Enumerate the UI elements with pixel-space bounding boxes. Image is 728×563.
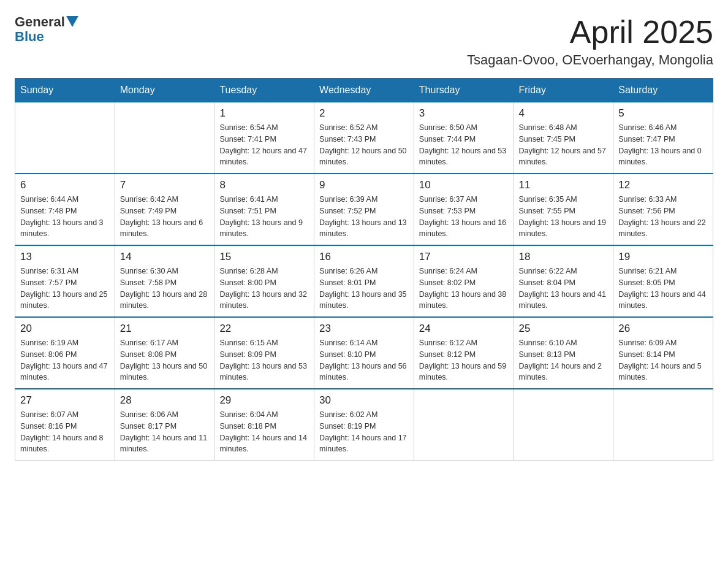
day-number: 2 [319,107,409,120]
calendar-cell: 22Sunrise: 6:15 AMSunset: 8:09 PMDayligh… [214,317,314,389]
day-info: Sunrise: 6:21 AMSunset: 8:05 PMDaylight:… [618,266,708,312]
calendar-cell: 4Sunrise: 6:48 AMSunset: 7:45 PMDaylight… [514,102,613,174]
sunrise-text: Sunrise: 6:14 AM [319,339,377,347]
day-info: Sunrise: 6:42 AMSunset: 7:49 PMDaylight:… [120,194,210,240]
month-title: April 2025 [467,15,713,50]
sunset-text: Sunset: 8:13 PM [519,350,575,359]
daylight-text: Daylight: 13 hours and 47 minutes. [20,362,107,382]
calendar-cell: 18Sunrise: 6:22 AMSunset: 8:04 PMDayligh… [514,245,613,317]
sunset-text: Sunset: 7:56 PM [618,207,675,215]
sunset-text: Sunset: 8:12 PM [419,350,476,359]
sunrise-text: Sunrise: 6:52 AM [319,123,377,132]
daylight-text: Daylight: 13 hours and 59 minutes. [419,362,506,382]
day-number: 15 [219,251,309,263]
daylight-text: Daylight: 13 hours and 22 minutes. [618,218,705,239]
location-title: Tsagaan-Ovoo, OEvoerhangay, Mongolia [467,52,713,68]
day-info: Sunrise: 6:28 AMSunset: 8:00 PMDaylight:… [219,266,309,312]
day-number: 24 [419,323,509,335]
day-number: 10 [419,179,509,191]
calendar-cell: 2Sunrise: 6:52 AMSunset: 7:43 PMDaylight… [314,102,414,174]
day-number: 12 [618,179,708,191]
calendar-cell: 13Sunrise: 6:31 AMSunset: 7:57 PMDayligh… [15,245,115,317]
logo-triangle-icon [66,16,78,27]
day-number: 16 [319,251,409,263]
daylight-text: Daylight: 13 hours and 56 minutes. [319,362,406,382]
calendar-cell: 14Sunrise: 6:30 AMSunset: 7:58 PMDayligh… [115,245,214,317]
daylight-text: Daylight: 13 hours and 0 minutes. [618,147,702,167]
weekday-header-row: SundayMondayTuesdayWednesdayThursdayFrid… [15,79,713,102]
day-number: 27 [20,394,110,407]
sunset-text: Sunset: 7:43 PM [319,135,376,144]
day-number: 1 [219,107,309,120]
week-row-5: 27Sunrise: 6:07 AMSunset: 8:16 PMDayligh… [15,389,713,461]
day-info: Sunrise: 6:52 AMSunset: 7:43 PMDaylight:… [319,122,409,168]
day-info: Sunrise: 6:37 AMSunset: 7:53 PMDaylight:… [419,194,509,240]
sunrise-text: Sunrise: 6:12 AM [419,339,477,347]
day-number: 7 [120,179,210,191]
sunrise-text: Sunrise: 6:44 AM [20,195,78,204]
calendar-cell: 9Sunrise: 6:39 AMSunset: 7:52 PMDaylight… [314,174,414,245]
daylight-text: Daylight: 13 hours and 35 minutes. [319,290,406,310]
sunrise-text: Sunrise: 6:35 AM [519,195,577,204]
day-info: Sunrise: 6:24 AMSunset: 8:02 PMDaylight:… [419,266,509,312]
sunset-text: Sunset: 8:08 PM [120,350,176,359]
daylight-text: Daylight: 12 hours and 53 minutes. [419,147,506,167]
sunrise-text: Sunrise: 6:26 AM [319,267,377,275]
day-info: Sunrise: 6:33 AMSunset: 7:56 PMDaylight:… [618,194,708,240]
week-row-2: 6Sunrise: 6:44 AMSunset: 7:48 PMDaylight… [15,174,713,245]
sunset-text: Sunset: 8:01 PM [319,278,376,287]
calendar-cell: 8Sunrise: 6:41 AMSunset: 7:51 PMDaylight… [214,174,314,245]
calendar-cell: 23Sunrise: 6:14 AMSunset: 8:10 PMDayligh… [314,317,414,389]
calendar-cell: 21Sunrise: 6:17 AMSunset: 8:08 PMDayligh… [115,317,214,389]
daylight-text: Daylight: 12 hours and 57 minutes. [519,147,606,167]
calendar-cell [15,102,115,174]
sunrise-text: Sunrise: 6:04 AM [219,410,278,419]
day-number: 22 [219,323,309,335]
day-info: Sunrise: 6:30 AMSunset: 7:58 PMDaylight:… [120,266,210,312]
day-number: 25 [519,323,609,335]
weekday-header-tuesday: Tuesday [214,79,314,102]
day-info: Sunrise: 6:06 AMSunset: 8:17 PMDaylight:… [120,409,210,455]
sunrise-text: Sunrise: 6:28 AM [219,267,278,275]
weekday-header-monday: Monday [115,79,214,102]
weekday-header-sunday: Sunday [15,79,115,102]
sunset-text: Sunset: 8:14 PM [618,350,675,359]
day-number: 5 [618,107,708,120]
week-row-1: 1Sunrise: 6:54 AMSunset: 7:41 PMDaylight… [15,102,713,174]
day-info: Sunrise: 6:09 AMSunset: 8:14 PMDaylight:… [618,337,708,383]
calendar-cell: 1Sunrise: 6:54 AMSunset: 7:41 PMDaylight… [214,102,314,174]
day-number: 4 [519,107,609,120]
sunrise-text: Sunrise: 6:19 AM [20,339,78,347]
daylight-text: Daylight: 13 hours and 53 minutes. [219,362,306,382]
day-info: Sunrise: 6:44 AMSunset: 7:48 PMDaylight:… [20,194,110,240]
day-number: 21 [120,323,210,335]
calendar-cell: 20Sunrise: 6:19 AMSunset: 8:06 PMDayligh… [15,317,115,389]
day-info: Sunrise: 6:48 AMSunset: 7:45 PMDaylight:… [519,122,609,168]
day-info: Sunrise: 6:17 AMSunset: 8:08 PMDaylight:… [120,337,210,383]
daylight-text: Daylight: 14 hours and 14 minutes. [219,434,306,454]
day-info: Sunrise: 6:46 AMSunset: 7:47 PMDaylight:… [618,122,708,168]
sunset-text: Sunset: 7:49 PM [120,207,176,215]
calendar-cell [514,389,613,461]
daylight-text: Daylight: 13 hours and 13 minutes. [319,218,406,239]
calendar-cell: 7Sunrise: 6:42 AMSunset: 7:49 PMDaylight… [115,174,214,245]
day-info: Sunrise: 6:07 AMSunset: 8:16 PMDaylight:… [20,409,110,455]
sunrise-text: Sunrise: 6:15 AM [219,339,278,347]
day-number: 26 [618,323,708,335]
sunset-text: Sunset: 7:51 PM [219,207,276,215]
calendar-table: SundayMondayTuesdayWednesdayThursdayFrid… [15,78,713,461]
day-number: 9 [319,179,409,191]
daylight-text: Daylight: 14 hours and 5 minutes. [618,362,702,382]
sunset-text: Sunset: 8:02 PM [419,278,476,287]
sunrise-text: Sunrise: 6:46 AM [618,123,677,132]
sunrise-text: Sunrise: 6:09 AM [618,339,677,347]
day-number: 6 [20,179,110,191]
calendar-cell [613,389,713,461]
day-info: Sunrise: 6:04 AMSunset: 8:18 PMDaylight:… [219,409,309,455]
day-info: Sunrise: 6:39 AMSunset: 7:52 PMDaylight:… [319,194,409,240]
daylight-text: Daylight: 13 hours and 32 minutes. [219,290,306,310]
sunset-text: Sunset: 7:52 PM [319,207,376,215]
sunrise-text: Sunrise: 6:07 AM [20,410,78,419]
day-number: 17 [419,251,509,263]
logo-general-text: General [15,15,65,29]
